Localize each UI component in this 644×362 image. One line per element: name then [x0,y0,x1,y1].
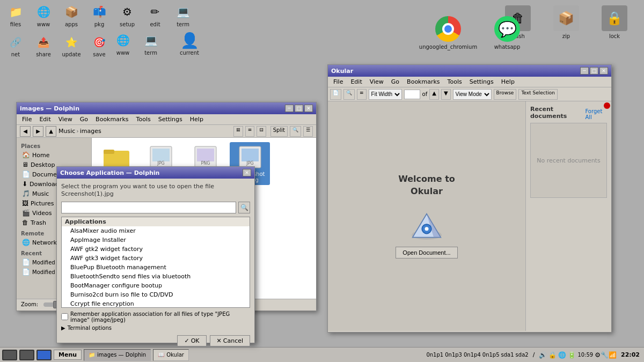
tray-sound-icon[interactable]: 🔊 [539,351,547,359]
okular-menu-go[interactable]: Go [388,78,402,86]
okular-tb-cont-btn[interactable]: ≡ [357,89,367,100]
taskbar-okular-btn[interactable]: 📖 Okular [153,349,189,361]
okular-menu-bookmarks[interactable]: Bookmarks [404,78,443,86]
monitor-2[interactable] [19,350,34,360]
app-item-5[interactable]: BluetoothSendto send files via bluetooth [62,272,250,281]
dolphin-forward-btn[interactable]: ▶ [33,126,43,137]
drive-sda1[interactable]: sda1 [501,352,514,358]
monitor-1[interactable] [2,350,17,360]
toolbar-share[interactable]: 📤 share [30,32,57,58]
okular-browse-btn[interactable]: Browse [494,89,517,100]
dialog-ok-btn[interactable]: ✓ OK [177,335,206,346]
tray-flag-icon[interactable]: 🌐 [558,351,566,359]
drive-0n1p1[interactable]: 0n1p1 [426,352,443,358]
okular-prev-page-btn[interactable]: ▲ [429,89,439,100]
toolbar-apps[interactable]: 📦 apps [58,2,85,28]
toolbar-www2[interactable]: 🌐 www [109,31,136,57]
dolphin-minimize-btn[interactable]: ─ [285,105,294,112]
toolbar-update[interactable]: ⭐ update [58,32,85,58]
app-item-1[interactable]: AppImage Installer [62,235,250,245]
dolphin-menu-settings[interactable]: Settings [155,115,186,123]
okular-tb-page-btn[interactable]: 📄 [330,89,341,100]
okular-next-page-btn[interactable]: ▼ [441,89,451,100]
dolphin-menu-view[interactable]: View [55,115,76,123]
toolbar-setup[interactable]: ⚙ setup [114,2,141,28]
desktop-icon-lock[interactable]: 🔒 lock [596,5,633,39]
dolphin-menu-tools[interactable]: Tools [133,115,154,123]
okular-text-sel-btn[interactable]: Text Selection [518,89,558,100]
dialog-description: Select the program you want to use to op… [61,183,250,198]
app-item-0[interactable]: AlsaMixer audio mixer [62,226,250,235]
dolphin-up-btn[interactable]: ▲ [46,126,56,137]
dolphin-menu-go[interactable]: Go [77,115,91,123]
okular-menu-edit[interactable]: Edit [347,78,365,86]
dolphin-menu-help[interactable]: Help [187,115,207,123]
dialog-search-btn[interactable]: 🔍 [238,202,250,213]
toolbar-save[interactable]: 🎯 save [86,32,113,58]
breadcrumb-images[interactable]: images [80,128,101,135]
drive-0n1p5[interactable]: 0n1p5 [482,352,500,358]
dialog-search-input[interactable] [61,202,236,213]
okular-tb-view-btn[interactable]: 🔍 [343,89,355,100]
toolbar-term2[interactable]: 💻 term [137,31,164,57]
okular-minimize-btn[interactable]: ─ [580,67,589,75]
app-item-8[interactable]: Ccrypt file encryption [62,299,250,308]
dialog-remember-checkbox[interactable] [61,313,68,320]
desktop-icon-whatsapp[interactable]: 💬 whatsapp [488,16,526,50]
toolbar-files[interactable]: 📁 files [2,2,29,28]
taskbar-dolphin-btn[interactable]: 📁 images — Dolphin [84,349,151,361]
drive-0n1p4[interactable]: 0n1p4 [464,352,481,358]
dolphin-view-icons-btn[interactable]: ⊞ [233,126,243,137]
drive-sda2[interactable]: sda2 [516,352,529,358]
app-list[interactable]: Applications AlsaMixer audio mixer AppIm… [61,217,250,308]
okular-menu-settings[interactable]: Settings [466,78,497,86]
toolbar-edit[interactable]: ✏ edit [142,2,169,28]
okular-view-mode-select[interactable]: View Mode [453,89,492,100]
okular-fit-width-select[interactable]: Fit Width [369,89,402,100]
toolbar-www[interactable]: 🌐 www [30,2,57,28]
okular-menu-tools[interactable]: Tools [444,78,465,86]
downloads-icon: ⬇ [22,180,27,188]
app-item-4[interactable]: BluePup Bluetooth management [62,263,250,272]
monitor-3[interactable] [36,350,52,360]
app-item-7[interactable]: Burniso2cd burn iso file to CD/DVD [62,290,250,299]
app-item-2[interactable]: AWF gtk2 widget factory [62,245,250,254]
okular-menu-file[interactable]: File [330,78,346,86]
dolphin-menu-btn[interactable]: ☰ [303,126,313,137]
desktop-icon-zip[interactable]: 📦 zip [547,5,585,39]
dialog-close-btn[interactable]: ✕ [243,169,251,176]
toolbar-current[interactable]: 👤 current [176,31,203,57]
drive-0n1p3[interactable]: 0n1p3 [445,352,462,358]
dolphin-menu-file[interactable]: File [19,115,35,123]
dolphin-view-columns-btn[interactable]: ⊟ [257,126,266,137]
dolphin-back-btn[interactable]: ◀ [20,126,31,137]
okular-maximize-btn[interactable]: □ [590,67,598,75]
start-button[interactable]: Menu [54,350,82,360]
svg-rect-6 [152,149,170,161]
app-item-6[interactable]: BootManager configure bootup [62,281,250,290]
dialog-terminal-label[interactable]: Terminal options [68,325,112,331]
tray-network-icon[interactable]: 🔒 [548,351,557,359]
dialog-cancel-btn[interactable]: ✕ Cancel [210,335,250,346]
dolphin-close-btn[interactable]: ✕ [304,105,313,112]
okular-open-doc-btn[interactable]: Open Document... [396,247,457,258]
dolphin-split-btn[interactable]: Split [270,126,288,137]
okular-forget-all-btn[interactable]: Forget All [585,108,607,120]
okular-page-input[interactable] [404,90,420,99]
taskbar-clock[interactable]: 22:02 [619,351,642,358]
dolphin-menu-bookmarks[interactable]: Bookmarks [92,115,131,123]
dolphin-maximize-btn[interactable]: □ [295,105,303,112]
dolphin-view-details-btn[interactable]: ≡ [245,126,255,137]
toolbar-net[interactable]: 🔗 net [2,32,29,58]
toolbar-term[interactable]: 💻 term [170,2,196,28]
okular-close-btn[interactable]: ✕ [599,67,608,75]
toolbar-pkg[interactable]: 📫 pkg [86,2,113,28]
okular-menu-view[interactable]: View [367,78,387,86]
okular-menu-help[interactable]: Help [498,78,518,86]
desktop-icon-chromium[interactable]: ungoogled_chromium [429,16,467,50]
dolphin-search-btn[interactable]: 🔍 [290,126,301,137]
app-item-3[interactable]: AWF gtk3 widget factory [62,254,250,263]
sidebar-item-home[interactable]: 🏠 Home [19,150,89,160]
breadcrumb-music[interactable]: Music [58,128,75,135]
dolphin-menu-edit[interactable]: Edit [36,115,54,123]
